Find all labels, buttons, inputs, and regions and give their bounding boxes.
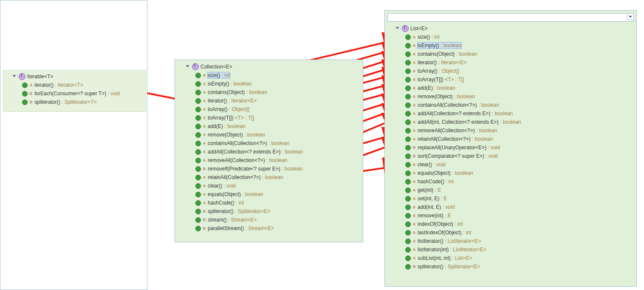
method-row[interactable]: spliterator() : Spliterator<E> — [387, 262, 635, 271]
method-row[interactable]: listIterator() : ListIterator<E> — [387, 237, 635, 245]
filter-input[interactable] — [387, 13, 634, 22]
method-signature: addAll(int, Collection<? extends E>) : b… — [418, 119, 521, 125]
method-row[interactable]: size() : int — [177, 71, 361, 80]
method-row[interactable]: remove(Object) : boolean — [177, 131, 361, 139]
method-row[interactable]: isEmpty() : boolean — [177, 80, 361, 88]
dropdown-icon[interactable] — [627, 13, 634, 20]
method-row[interactable]: containsAll(Collection<?>) : boolean — [177, 139, 361, 148]
method-row[interactable]: sort(Comparator<? super E>) : void — [387, 152, 635, 160]
outline-list: List<E> size() : intisEmpty() : booleanc… — [385, 22, 636, 273]
method-icon — [195, 166, 201, 172]
method-row[interactable]: removeIf(Predicate<? super E>) : boolean — [177, 165, 361, 173]
method-row[interactable]: spliterator() : Spliterator<T> — [3, 98, 146, 106]
method-return-type: : int — [220, 72, 230, 78]
method-row[interactable]: set(int, E) : E — [387, 194, 635, 203]
default-marker-icon — [202, 209, 206, 214]
type-row[interactable]: List<E> — [387, 24, 635, 33]
method-name: toArray(T[]) — [418, 77, 443, 82]
method-signature: toArray() : Object[] — [208, 106, 249, 112]
method-icon — [195, 98, 201, 104]
method-name: sort(Comparator<? super E>) — [418, 153, 484, 159]
method-row[interactable]: contains(Object) : boolean — [177, 88, 361, 97]
method-row[interactable]: containsAll(Collection<?>) : boolean — [387, 101, 635, 109]
method-row[interactable]: toArray() : Object[] — [177, 105, 361, 114]
method-row[interactable]: equals(Object) : boolean — [387, 169, 635, 177]
method-signature: set(int, E) : E — [418, 196, 447, 202]
method-name: hashCode() — [208, 200, 234, 206]
method-row[interactable]: remove(Object) : boolean — [387, 92, 635, 101]
method-row[interactable]: get(int) : E — [387, 186, 635, 194]
method-row[interactable]: equals(Object) : boolean — [177, 190, 361, 199]
method-icon — [405, 102, 411, 108]
method-row[interactable]: clear() : void — [387, 160, 635, 169]
method-row[interactable]: hashCode() : int — [177, 199, 361, 207]
method-return-type: : int — [430, 34, 440, 40]
method-signature: add(E) : boolean — [208, 123, 246, 129]
abstract-marker-icon — [202, 158, 206, 163]
method-name: stream() — [208, 217, 227, 223]
method-row[interactable]: addAll(int, Collection<? extends E>) : b… — [387, 118, 635, 126]
chevron-down-icon[interactable] — [396, 26, 401, 31]
method-row[interactable]: iterator() : Iterator<T> — [3, 81, 146, 89]
method-signature: removeAll(Collection<?>) : boolean — [418, 128, 497, 134]
method-row[interactable]: listIterator(int) : ListIterator<E> — [387, 245, 635, 254]
method-row[interactable]: toArray(T[]) <T> : T[] — [177, 114, 361, 122]
method-row[interactable]: add(E) : boolean — [177, 122, 361, 131]
method-row[interactable]: parallelStream() : Stream<E> — [177, 224, 361, 233]
method-row[interactable]: addAll(Collection<? extends E>) : boolea… — [177, 148, 361, 156]
abstract-marker-icon — [412, 94, 416, 99]
method-row[interactable]: retainAll(Collection<?>) : boolean — [177, 173, 361, 182]
method-icon — [405, 264, 411, 270]
method-icon — [195, 158, 201, 163]
method-name: removeAll(Collection<?>) — [418, 128, 475, 134]
method-row[interactable]: toArray() : Object[] — [387, 67, 635, 75]
abstract-marker-icon — [412, 51, 416, 57]
method-row[interactable]: removeAll(Collection<?>) : boolean — [177, 156, 361, 165]
method-name: retainAll(Collection<?>) — [418, 136, 471, 142]
method-row[interactable]: contains(Object) : boolean — [387, 50, 635, 58]
method-signature: addAll(Collection<? extends E>) : boolea… — [208, 149, 303, 155]
method-row[interactable]: hashCode() : int — [387, 177, 635, 186]
method-row[interactable]: iterator() : Iterator<E> — [387, 58, 635, 67]
method-name: spliterator() — [208, 208, 234, 214]
method-row[interactable]: retainAll(Collection<?>) : boolean — [387, 135, 635, 143]
method-row[interactable]: add(E) : boolean — [387, 84, 635, 92]
method-signature: isEmpty() : boolean — [418, 43, 461, 48]
method-return-type: : ListIterator<E> — [449, 247, 486, 253]
method-row[interactable]: isEmpty() : boolean — [387, 41, 635, 50]
method-row[interactable]: size() : int — [387, 33, 635, 41]
method-icon — [195, 141, 201, 146]
method-icon — [195, 175, 201, 180]
method-name: equals(Object) — [208, 191, 241, 197]
method-row[interactable]: remove(int) : E — [387, 211, 635, 220]
method-icon — [405, 145, 411, 151]
method-icon — [195, 81, 201, 87]
chevron-down-icon[interactable] — [13, 74, 17, 79]
method-row[interactable]: indexOf(Object) : int — [387, 220, 635, 228]
method-row[interactable]: spliterator() : Spliterator<E> — [177, 207, 361, 216]
method-icon — [405, 196, 411, 202]
method-icon — [405, 205, 411, 210]
chevron-down-icon[interactable] — [186, 65, 191, 69]
method-row[interactable]: replaceAll(UnaryOperator<E>) : void — [387, 143, 635, 152]
method-row[interactable]: removeAll(Collection<?>) : boolean — [387, 126, 635, 135]
method-row[interactable]: forEach(Consumer<? super T>) : void — [3, 89, 146, 98]
method-icon — [405, 256, 411, 261]
method-icon — [405, 85, 411, 91]
method-icon — [405, 51, 411, 57]
method-return-type: : void — [484, 153, 498, 159]
method-row[interactable]: stream() : Stream<E> — [177, 216, 361, 224]
method-name: listIterator(int) — [418, 247, 449, 253]
method-row[interactable]: add(int, E) : void — [387, 203, 635, 211]
method-row[interactable]: addAll(Collection<? extends E>) : boolea… — [387, 109, 635, 118]
type-row[interactable]: Collection<E> — [177, 63, 361, 71]
type-row[interactable]: Iterable<T> — [3, 72, 146, 81]
method-row[interactable]: lastIndexOf(Object) : int — [387, 228, 635, 237]
method-row[interactable]: subList(int, int) : List<E> — [387, 254, 635, 262]
method-row[interactable]: clear() : void — [177, 182, 361, 190]
method-icon — [195, 107, 201, 112]
method-return-type: : Iterator<E> — [437, 60, 466, 65]
method-row[interactable]: toArray(T[]) <T> : T[] — [387, 75, 635, 84]
method-signature: isEmpty() : boolean — [208, 81, 251, 87]
method-row[interactable]: iterator() : Iterator<E> — [177, 97, 361, 105]
